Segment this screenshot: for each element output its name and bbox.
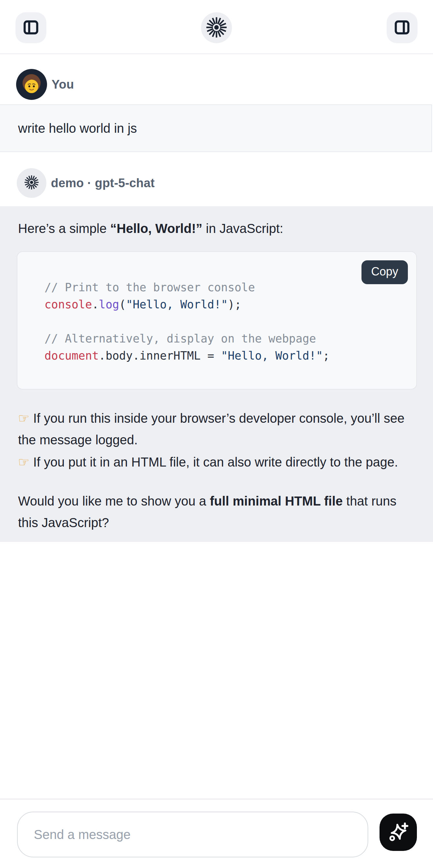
panel-left-icon xyxy=(23,19,39,37)
person-emoji-icon xyxy=(16,69,47,100)
user-message-text: write hello world in js xyxy=(18,121,137,136)
assistant-avatar xyxy=(17,168,47,198)
panel-right-icon xyxy=(394,19,410,37)
sparkle-icon xyxy=(387,820,409,844)
send-button[interactable] xyxy=(379,813,417,851)
chat-app: You write hello world in js demo · gpt-5… xyxy=(0,0,433,868)
user-message-header: You xyxy=(0,54,433,104)
assistant-message-header: demo · gpt-5-chat xyxy=(0,168,433,198)
assistant-note-console: ☞ If you run this inside your browser’s … xyxy=(18,408,417,451)
assistant-intro-text: Here’s a simple “Hello, World!” in JavaS… xyxy=(18,220,417,237)
model-badge-button[interactable] xyxy=(201,12,232,43)
assistant-note-html: ☞ If you put it in an HTML file, it can … xyxy=(18,452,417,473)
message-input[interactable] xyxy=(17,812,368,857)
assistant-message: Here’s a simple “Hello, World!” in JavaS… xyxy=(0,206,433,542)
assistant-notes: ☞ If you run this inside your browser’s … xyxy=(18,408,417,473)
starburst-avatar-icon xyxy=(24,174,40,192)
code-content[interactable]: // Print to the browser consoleconsole.l… xyxy=(44,279,403,364)
starburst-icon xyxy=(205,16,228,40)
top-bar xyxy=(0,0,433,54)
right-panel-toggle-button[interactable] xyxy=(386,12,417,43)
assistant-followup-question: Would you like me to show you a full min… xyxy=(18,490,417,533)
code-block: Copy // Print to the browser consolecons… xyxy=(17,251,417,390)
sidebar-toggle-button[interactable] xyxy=(16,12,47,43)
composer-bar xyxy=(0,799,433,868)
user-avatar xyxy=(16,69,47,100)
copy-button[interactable]: Copy xyxy=(362,260,408,284)
assistant-name-label: demo · gpt-5-chat xyxy=(51,176,155,190)
user-message-bubble: write hello world in js xyxy=(0,104,432,152)
user-sender-label: You xyxy=(52,78,74,92)
